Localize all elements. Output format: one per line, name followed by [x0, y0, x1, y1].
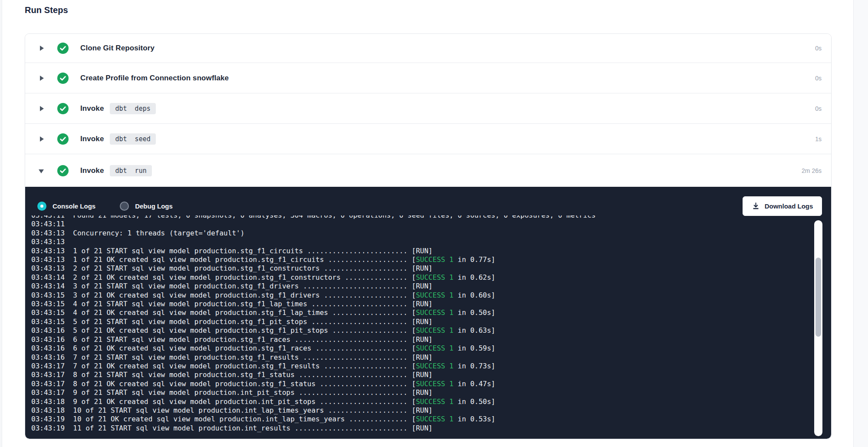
step-label: Clone Git Repository: [80, 44, 155, 53]
console-log-line: 03:43:16 6 of 21 OK created sql view mod…: [31, 344, 812, 353]
download-logs-button[interactable]: Download Logs: [743, 196, 822, 216]
console-log-line: 03:43:13 1 of 21 START sql view model pr…: [31, 247, 812, 255]
step-duration: 0s: [815, 75, 822, 82]
console-log-line: 03:43:13: [31, 238, 812, 246]
step-row[interactable]: Invoke dbt run 2m 26s: [25, 154, 831, 187]
page-right-gutter: [853, 0, 868, 447]
console-log-line: 03:43:15 5 of 21 START sql view model pr…: [31, 318, 812, 326]
console-scrollbar-thumb[interactable]: [815, 258, 821, 337]
console-log-line: 03:43:13 2 of 21 START sql view model pr…: [31, 264, 812, 273]
console-log-line: 03:43:13 Concurrency: 1 threads (target=…: [31, 229, 812, 238]
console-log-line: 03:43:19 11 of 21 START sql view model p…: [31, 424, 812, 433]
step-row[interactable]: Invoke dbt deps 0s: [25, 93, 831, 123]
console-log-viewport[interactable]: 03:43:11 Found 21 models, 17 tests, 0 sn…: [31, 215, 812, 439]
step-duration: 0s: [815, 45, 822, 52]
console-log-line: 03:43:14 2 of 21 OK created sql view mod…: [31, 273, 812, 282]
success-check-icon: [57, 73, 69, 84]
download-icon: [752, 202, 765, 210]
console-log-line: 03:43:13 1 of 21 OK created sql view mod…: [31, 255, 812, 264]
step-row[interactable]: Create Profile from Connection snowflake…: [25, 63, 831, 93]
console-log-line: 03:43:19 10 of 21 OK created sql view mo…: [31, 415, 812, 424]
console-log-line: 03:43:14 3 of 21 START sql view model pr…: [31, 282, 812, 291]
log-type-radio[interactable]: Debug Logs: [120, 202, 173, 211]
page-left-gutter: [0, 0, 2, 447]
chevron-right-icon[interactable]: [39, 136, 45, 142]
console-header: Console Logs Debug Logs Download Logs: [25, 187, 831, 216]
step-row[interactable]: Invoke dbt seed 1s: [25, 123, 831, 154]
console-log-line: 03:43:11: [31, 220, 812, 228]
radio-label: Console Logs: [53, 202, 95, 210]
chevron-right-icon[interactable]: [39, 75, 45, 81]
success-check-icon: [57, 103, 69, 114]
console-log-lines: 03:43:11 Found 21 models, 17 tests, 0 sn…: [31, 215, 812, 433]
chevron-down-icon[interactable]: [39, 168, 45, 174]
radio-label: Debug Logs: [135, 202, 173, 210]
download-logs-label: Download Logs: [765, 202, 813, 210]
radio-icon[interactable]: [120, 202, 129, 211]
console-scrollbar-track[interactable]: [814, 220, 822, 436]
console-log-line: 03:43:17 9 of 21 START sql view model pr…: [31, 388, 812, 397]
page-title: Run Steps: [25, 5, 68, 15]
console-log-line: 03:43:18 9 of 21 OK created sql view mod…: [31, 397, 812, 406]
step-duration: 1s: [815, 136, 822, 142]
step-duration: 0s: [815, 105, 822, 112]
step-label: Invoke: [80, 135, 104, 143]
console-log-line: 03:43:16 7 of 21 START sql view model pr…: [31, 353, 812, 362]
log-type-radio[interactable]: Console Logs: [37, 202, 95, 211]
console-log-line: 03:43:11 Found 21 models, 17 tests, 0 sn…: [31, 215, 812, 220]
success-check-icon: [57, 43, 69, 54]
step-label: Invoke: [80, 166, 104, 175]
chevron-right-icon[interactable]: [39, 45, 45, 51]
console-log-line: 03:43:16 5 of 21 OK created sql view mod…: [31, 326, 812, 335]
console-log-line: 03:43:17 8 of 21 OK created sql view mod…: [31, 380, 812, 388]
step-label: Create Profile from Connection snowflake: [80, 74, 229, 83]
console-log-line: 03:43:16 6 of 21 START sql view model pr…: [31, 335, 812, 344]
run-steps-card: Clone Git Repository 0s Create Profile f…: [25, 33, 832, 439]
step-duration: 2m 26s: [802, 167, 822, 174]
console-log-line: 03:43:15 3 of 21 OK created sql view mod…: [31, 291, 812, 300]
console-log-line: 03:43:15 4 of 21 START sql view model pr…: [31, 300, 812, 308]
console-panel: Console Logs Debug Logs Download Logs 03…: [25, 187, 831, 439]
step-row[interactable]: Clone Git Repository 0s: [25, 34, 831, 63]
success-check-icon: [57, 165, 69, 176]
console-log-line: 03:43:17 7 of 21 OK created sql view mod…: [31, 362, 812, 371]
step-label: Invoke: [80, 104, 104, 113]
chevron-right-icon[interactable]: [39, 106, 45, 112]
command-badge: dbt run: [110, 165, 151, 176]
radio-icon[interactable]: [37, 202, 46, 211]
console-log-line: 03:43:15 4 of 21 OK created sql view mod…: [31, 308, 812, 317]
console-log-line: 03:43:18 10 of 21 START sql view model p…: [31, 406, 812, 415]
console-log-line: 03:43:17 8 of 21 START sql view model pr…: [31, 371, 812, 379]
command-badge: dbt deps: [110, 103, 155, 114]
success-check-icon: [57, 133, 69, 145]
command-badge: dbt seed: [110, 133, 155, 145]
